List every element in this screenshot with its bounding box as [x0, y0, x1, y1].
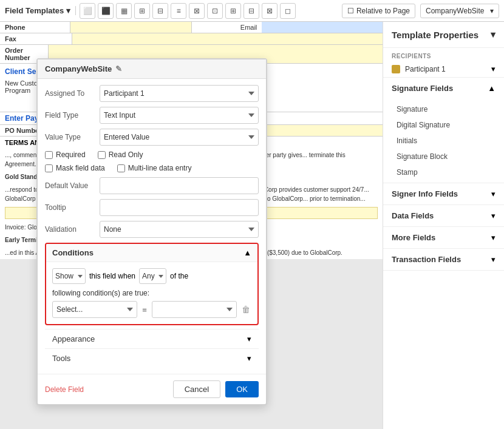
sig-field-digital[interactable]: Digital Signature: [383, 117, 504, 133]
ok-button[interactable]: OK: [225, 381, 259, 397]
default-value-input[interactable]: [100, 177, 259, 194]
signature-fields-title: Signature Fields: [392, 84, 453, 93]
signature-fields-expand-icon: ▲: [488, 84, 495, 93]
sig-field-initials[interactable]: Initials: [383, 133, 504, 149]
right-panel-collapse-icon: ▾: [491, 29, 495, 40]
icon-btn-6[interactable]: ≡: [171, 3, 186, 19]
sig-field-list: Signature Digital Signature Initials Sig…: [383, 99, 504, 183]
required-label: Required: [56, 150, 86, 159]
tools-expand-icon: ▾: [247, 354, 251, 363]
show-select[interactable]: Show: [52, 268, 86, 284]
right-panel-header: Template Properties ▾: [383, 22, 504, 48]
any-select[interactable]: Any: [139, 268, 166, 284]
condition-value-select[interactable]: [152, 301, 237, 318]
participant-chevron-icon: ▾: [491, 64, 495, 73]
conditions-row1: Show this field when Any of the: [52, 268, 251, 284]
icon-btn-8[interactable]: ⊡: [207, 3, 223, 19]
toolbar: Field Templates ▾ ⬜ ⬛ ▦ ⊞ ⊟ ≡ ⊠ ⊡ ⊞ ⊟ ⊠ …: [0, 0, 504, 22]
tooltip-row: Tooltip: [45, 199, 259, 216]
conditions-header[interactable]: Conditions ▲: [46, 244, 257, 262]
read-only-checkbox-label[interactable]: Read Only: [98, 150, 143, 159]
phone-label: Phone: [0, 22, 70, 33]
icon-btn-9[interactable]: ⊞: [225, 3, 241, 19]
multiline-checkbox[interactable]: [117, 164, 125, 172]
toolbar-right: ☐ Relative to Page CompanyWebSite ▾: [342, 4, 499, 18]
company-select[interactable]: CompanyWebSite ▾: [420, 4, 499, 18]
signer-info-title: Signer Info Fields: [392, 189, 458, 198]
field-type-select[interactable]: Text Input: [100, 107, 259, 124]
signer-info-expand-icon: ▾: [491, 189, 495, 198]
toolbar-icons: ⬜ ⬛ ▦ ⊞ ⊟ ≡ ⊠ ⊡ ⊞ ⊟ ⊠ ◻: [80, 3, 338, 19]
validation-select[interactable]: None: [100, 221, 259, 238]
company-chevron-icon: ▾: [490, 7, 494, 15]
edit-icon[interactable]: ✎: [115, 64, 122, 73]
transaction-fields-header[interactable]: Transaction Fields ▾: [383, 249, 504, 270]
appearance-header[interactable]: Appearance ▾: [45, 329, 259, 348]
delete-link[interactable]: Delete Field: [45, 385, 173, 394]
multiline-label: Multi-line data entry: [128, 164, 192, 172]
relative-page-btn[interactable]: ☐ Relative to Page: [342, 4, 415, 18]
tools-header[interactable]: Tools ▾: [45, 349, 259, 368]
icon-btn-12[interactable]: ◻: [280, 3, 296, 19]
more-fields-title: More Fields: [392, 233, 435, 242]
multiline-checkbox-label[interactable]: Multi-line data entry: [117, 164, 192, 172]
icon-btn-5[interactable]: ⊟: [152, 3, 168, 19]
conditions-body: Show this field when Any of the followin…: [46, 262, 257, 324]
signer-info-section: Signer Info Fields ▾: [383, 183, 504, 205]
appearance-title: Appearance: [52, 334, 95, 343]
more-fields-header[interactable]: More Fields ▾: [383, 227, 504, 248]
required-checkbox[interactable]: [45, 151, 53, 159]
email-label: Email: [192, 22, 262, 33]
toolbar-title-text: Field Templates: [5, 6, 64, 15]
validation-row: Validation None: [45, 221, 259, 238]
condition-field-select[interactable]: Select...: [52, 301, 137, 318]
icon-btn-7[interactable]: ⊠: [189, 3, 205, 19]
tooltip-label: Tooltip: [45, 203, 100, 212]
value-type-label: Value Type: [45, 133, 100, 141]
data-fields-header[interactable]: Data Fields ▾: [383, 205, 504, 226]
conditions-row2: Select... = 🗑: [52, 301, 251, 318]
conditions-collapse-icon: ▲: [243, 248, 251, 257]
right-panel-title: Template Properties: [392, 30, 478, 40]
sig-field-signature[interactable]: Signature: [383, 101, 504, 117]
toolbar-title[interactable]: Field Templates ▾: [5, 6, 76, 15]
signer-info-header[interactable]: Signer Info Fields ▾: [383, 183, 504, 204]
required-checkbox-label[interactable]: Required: [45, 150, 86, 159]
mask-checkbox[interactable]: [45, 164, 53, 172]
mask-checkbox-label[interactable]: Mask field data: [45, 164, 105, 172]
participant-1-row[interactable]: Participant 1 ▾: [383, 61, 504, 77]
popup-body: Assigned To Participant 1 Field Type Tex…: [38, 79, 266, 374]
field-type-row: Field Type Text Input: [45, 107, 259, 124]
icon-btn-4[interactable]: ⊞: [134, 3, 150, 19]
appearance-expand-icon: ▾: [247, 334, 251, 343]
read-only-checkbox[interactable]: [98, 151, 106, 159]
value-type-select[interactable]: Entered Value: [100, 129, 259, 146]
icon-btn-3[interactable]: ▦: [116, 3, 132, 19]
sig-field-block[interactable]: Signature Block: [383, 149, 504, 164]
company-select-value: CompanyWebSite: [426, 7, 485, 15]
tools-section: Tools ▾: [45, 348, 259, 368]
participant-1-name: Participant 1: [405, 65, 486, 73]
signature-fields-header[interactable]: Signature Fields ▲: [383, 78, 504, 99]
icon-btn-2[interactable]: ⬛: [98, 3, 114, 19]
icon-btn-1[interactable]: ⬜: [80, 3, 95, 19]
data-fields-section: Data Fields ▾: [383, 205, 504, 227]
transaction-fields-title: Transaction Fields: [392, 255, 461, 264]
toolbar-chevron-icon: ▾: [66, 6, 70, 15]
following-text: following condition(s) are true:: [52, 289, 251, 297]
icon-btn-10[interactable]: ⊟: [243, 3, 259, 19]
icon-btn-11[interactable]: ⊠: [262, 3, 278, 19]
tooltip-input[interactable]: [100, 199, 259, 216]
default-value-row: Default Value: [45, 177, 259, 194]
mask-label: Mask field data: [56, 164, 105, 172]
value-type-row: Value Type Entered Value: [45, 129, 259, 146]
assigned-to-select[interactable]: Participant 1: [100, 85, 259, 102]
field-properties-popup: CompanyWebSite ✎ Assigned To Participant…: [36, 58, 267, 405]
cancel-button[interactable]: Cancel: [173, 380, 220, 398]
trash-icon[interactable]: 🗑: [240, 305, 251, 314]
this-field-when-text: this field when: [89, 272, 135, 280]
tools-title: Tools: [52, 354, 70, 363]
participant-1-color: [392, 65, 400, 73]
sig-field-stamp[interactable]: Stamp: [383, 164, 504, 180]
signature-fields-section: Signature Fields ▲ Signature Digital Sig…: [383, 78, 504, 183]
